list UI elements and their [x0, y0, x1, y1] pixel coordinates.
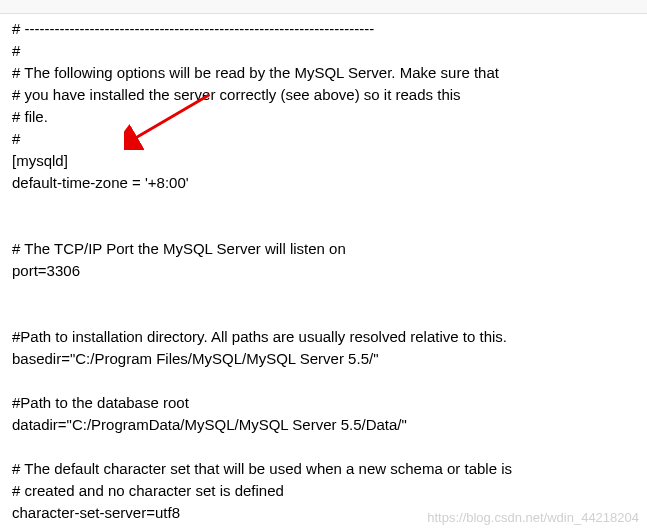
config-line: # --------------------------------------… [12, 18, 647, 40]
config-line [12, 304, 647, 326]
config-line-basedir: basedir="C:/Program Files/MySQL/MySQL Se… [12, 348, 647, 370]
config-line [12, 216, 647, 238]
config-line-timezone: default-time-zone = '+8:00' [12, 172, 647, 194]
config-line: # The default character set that will be… [12, 458, 647, 480]
config-line: # [12, 40, 647, 62]
config-line [12, 370, 647, 392]
config-line: # you have installed the server correctl… [12, 84, 647, 106]
config-file-content: # --------------------------------------… [0, 14, 647, 531]
config-line: #Path to the database root [12, 392, 647, 414]
config-line-mysqld-section: [mysqld] [12, 150, 647, 172]
watermark-text: https://blog.csdn.net/wdin_44218204 [427, 510, 639, 525]
config-line: # [12, 128, 647, 150]
config-line: # file. [12, 106, 647, 128]
top-toolbar-fragment [0, 0, 647, 14]
config-line-datadir: datadir="C:/ProgramData/MySQL/MySQL Serv… [12, 414, 647, 436]
config-line: #Path to installation directory. All pat… [12, 326, 647, 348]
config-line [12, 524, 647, 531]
config-line-port: port=3306 [12, 260, 647, 282]
config-line: # The following options will be read by … [12, 62, 647, 84]
config-line [12, 194, 647, 216]
config-line: # The TCP/IP Port the MySQL Server will … [12, 238, 647, 260]
config-line: # created and no character set is define… [12, 480, 647, 502]
config-line [12, 282, 647, 304]
config-line [12, 436, 647, 458]
